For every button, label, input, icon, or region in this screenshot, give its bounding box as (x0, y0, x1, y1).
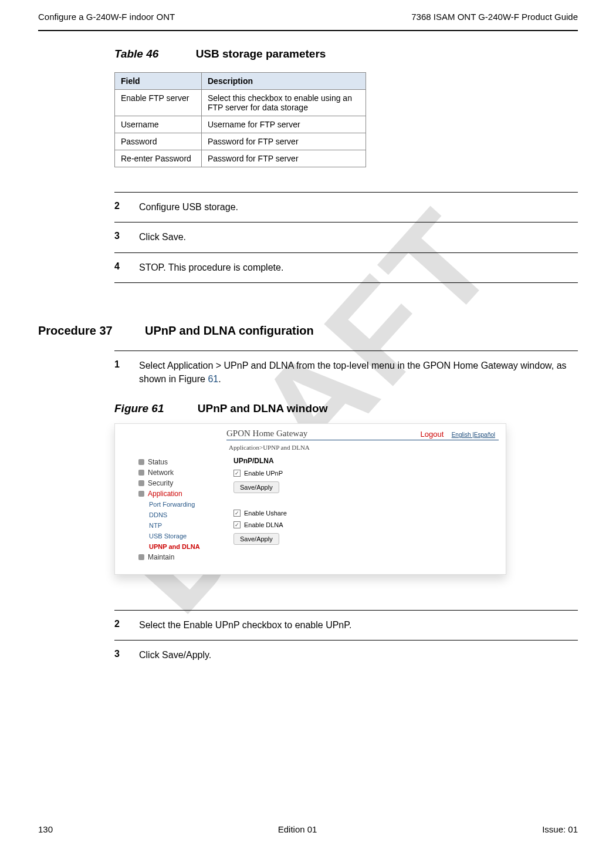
step-num: 3 (114, 231, 139, 244)
table-row: Re-enter Password Password for FTP serve… (115, 150, 366, 167)
checkbox-label: Enable DLNA (244, 521, 283, 528)
checkbox-icon: ✓ (233, 521, 241, 528)
procedure-number: Procedure 37 (38, 324, 145, 338)
ss-topbar: GPON Home Gateway Logout English |Españo… (115, 424, 506, 440)
ss-sidebar: Status Network Security Application Port… (115, 457, 226, 562)
step-text: Click Save/Apply. (139, 649, 578, 662)
cell: Username for FTP server (202, 116, 366, 133)
figure61-caption: Figure 61 UPnP and DLNA window (114, 402, 578, 415)
table-row: Password Password for FTP server (115, 133, 366, 150)
checkbox-label: Enable Ushare (244, 510, 287, 517)
checkbox-label: Enable UPnP (244, 470, 283, 477)
header-left: Configure a G-240W-F indoor ONT (38, 12, 175, 22)
enable-dlna-checkbox[interactable]: ✓ Enable DLNA (233, 521, 499, 528)
submenu-ntp[interactable]: NTP (149, 520, 226, 531)
table46-title: USB storage parameters (196, 48, 326, 60)
cell: Enable FTP server (115, 90, 202, 116)
step-num: 4 (114, 261, 139, 274)
sidebar-item-security[interactable]: Security (138, 478, 226, 488)
step: 1 Select Application > UPnP and DLNA fro… (114, 351, 578, 394)
step-num: 1 (114, 359, 139, 386)
lang-link[interactable]: English |Español (452, 432, 495, 438)
table46-caption: Table 46 USB storage parameters (114, 48, 578, 60)
step-text-pre: Select Application > UPnP and DLNA from … (139, 360, 567, 383)
footer-center: Edition 01 (278, 824, 317, 834)
footer-left: 130 (38, 824, 53, 834)
step: 3 Click Save/Apply. (114, 641, 578, 670)
sidebar-item-maintain[interactable]: Maintain (138, 552, 226, 562)
step-text: Click Save. (139, 231, 578, 244)
cell: Password for FTP server (202, 150, 366, 167)
rule (114, 282, 578, 283)
checkbox-icon: ✓ (233, 510, 241, 517)
procedure-title: UPnP and DLNA configuration (145, 324, 314, 338)
checkbox-icon: ✓ (233, 470, 241, 477)
figure-link[interactable]: 61 (208, 374, 218, 384)
step: 2 Select the Enable UPnP checkbox to ena… (114, 611, 578, 640)
submenu-port-forwarding[interactable]: Port Forwarding (149, 499, 226, 510)
step-num: 2 (114, 619, 139, 632)
step: 2 Configure USB storage. (114, 193, 578, 222)
top-rule (38, 30, 578, 31)
ss-brand: GPON Home Gateway (226, 429, 307, 439)
figure61-image: GPON Home Gateway Logout English |Españo… (114, 423, 506, 575)
cell: Password for FTP server (202, 133, 366, 150)
breadcrumb: Application>UPNP and DLNA (115, 440, 506, 454)
sidebar-item-network[interactable]: Network (138, 467, 226, 478)
figure61-number: Figure 61 (114, 402, 164, 414)
step-num: 2 (114, 201, 139, 214)
save-apply-button-2[interactable]: Save/Apply (233, 533, 279, 545)
figure61-title: UPnP and DLNA window (198, 402, 328, 414)
save-apply-button[interactable]: Save/Apply (233, 481, 279, 493)
sidebar-item-status[interactable]: Status (138, 457, 226, 467)
table46: Field Description Enable FTP server Sele… (114, 72, 366, 167)
procedure-heading: Procedure 37 UPnP and DLNA configuration (38, 324, 578, 338)
step-text-post: . (218, 374, 221, 384)
ss-topbar-right: Logout English |Español (421, 430, 495, 439)
table-row: Enable FTP server Select this checkbox t… (115, 90, 366, 116)
step-text: STOP. This procedure is complete. (139, 261, 578, 274)
header-right: 7368 ISAM ONT G-240W-F Product Guide (411, 12, 578, 22)
ss-main: UPnP/DLNA ✓ Enable UPnP Save/Apply ✓ Ena… (226, 457, 506, 562)
table46-col1: Description (202, 73, 366, 90)
page-header: Configure a G-240W-F indoor ONT 7368 ISA… (38, 12, 578, 22)
footer-right: Issue: 01 (542, 824, 578, 834)
step: 3 Click Save. (114, 223, 578, 252)
step-num: 3 (114, 649, 139, 662)
cell: Username (115, 116, 202, 133)
table46-col0: Field (115, 73, 202, 90)
page-footer: 130 Edition 01 Issue: 01 (38, 824, 578, 834)
step-text: Select Application > UPnP and DLNA from … (139, 359, 578, 386)
cell: Select this checkbox to enable using an … (202, 90, 366, 116)
sidebar-item-application[interactable]: Application (138, 488, 226, 499)
submenu-ddns[interactable]: DDNS (149, 510, 226, 520)
cell: Re-enter Password (115, 150, 202, 167)
submenu: Port Forwarding DDNS NTP USB Storage UPN… (138, 499, 226, 552)
step-text: Configure USB storage. (139, 201, 578, 214)
step-text: Select the Enable UPnP checkbox to enabl… (139, 619, 578, 632)
section-title: UPnP/DLNA (233, 457, 499, 465)
enable-ushare-checkbox[interactable]: ✓ Enable Ushare (233, 510, 499, 517)
enable-upnp-checkbox[interactable]: ✓ Enable UPnP (233, 470, 499, 477)
table46-number: Table 46 (114, 48, 158, 60)
submenu-usb-storage[interactable]: USB Storage (149, 531, 226, 541)
cell: Password (115, 133, 202, 150)
submenu-upnp-dlna[interactable]: UPNP and DLNA (149, 541, 226, 552)
table-row: Username Username for FTP server (115, 116, 366, 133)
step: 4 STOP. This procedure is complete. (114, 253, 578, 282)
logout-link[interactable]: Logout (421, 430, 444, 439)
